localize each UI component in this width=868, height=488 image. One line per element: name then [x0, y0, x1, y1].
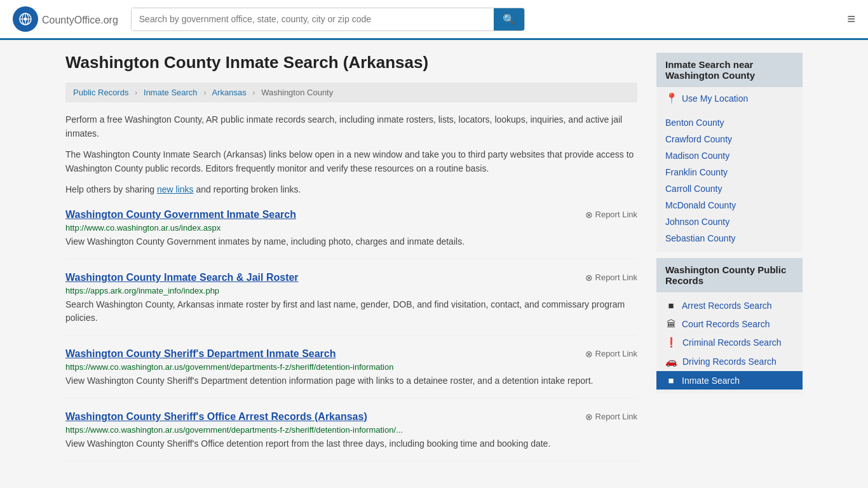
main-container: Washington County Inmate Search (Arkansa…	[53, 40, 815, 474]
breadcrumb-public-records[interactable]: Public Records	[73, 88, 128, 97]
sidebar-driving-records: 🚗 Driving Records Search	[656, 352, 803, 371]
result-2-url[interactable]: https://apps.ark.org/inmate_info/index.p…	[65, 286, 637, 295]
carroll-county-link[interactable]: Carroll County	[665, 184, 722, 194]
result-2-desc: Search Washington County, Arkansas inmat…	[65, 298, 637, 325]
report-icon: ⊗	[585, 210, 593, 220]
result-4: Washington County Sheriff's Office Arres…	[65, 411, 637, 461]
sebastian-county-link[interactable]: Sebastian County	[665, 233, 736, 243]
description-1: Perform a free Washington County, AR pub…	[65, 112, 637, 141]
svg-point-5	[24, 18, 27, 21]
johnson-county-link[interactable]: Johnson County	[665, 217, 729, 227]
page-title: Washington County Inmate Search (Arkansa…	[65, 53, 637, 72]
result-1-title[interactable]: Washington County Government Inmate Sear…	[65, 209, 296, 220]
franklin-county-link[interactable]: Franklin County	[665, 167, 728, 177]
sidebar-item-benton-county: Benton County	[656, 114, 803, 131]
result-4-desc: View Washington County Sheriff's Office …	[65, 437, 637, 451]
sidebar-public-records-title: Washington County Public Records	[656, 258, 803, 292]
breadcrumb-inmate-search[interactable]: Inmate Search	[144, 88, 198, 97]
logo[interactable]: CountyOffice.org	[13, 6, 118, 32]
criminal-records-link[interactable]: Criminal Records Search	[682, 337, 782, 348]
driving-icon: 🚗	[665, 356, 677, 367]
breadcrumb-washington-county: Washington County	[261, 88, 333, 97]
benton-county-link[interactable]: Benton County	[665, 118, 724, 128]
sidebar-nearby-title: Inmate Search near Washington County	[656, 53, 803, 87]
sidebar-criminal-records: ❗ Criminal Records Search	[656, 333, 803, 352]
criminal-icon: ❗	[665, 337, 677, 348]
description-3: Help others by sharing new links and rep…	[65, 182, 637, 196]
sidebar-item-mcdonald-county: McDonald County	[656, 197, 803, 214]
result-1-report-link[interactable]: ⊗ Report Link	[585, 210, 637, 220]
sidebar-item-crawford-county: Crawford County	[656, 131, 803, 147]
search-bar: 🔍	[131, 8, 525, 31]
search-input[interactable]	[132, 8, 494, 30]
report-icon-2: ⊗	[585, 273, 593, 283]
use-location-link[interactable]: Use My Location	[682, 93, 748, 104]
report-icon-4: ⊗	[585, 412, 593, 422]
location-pin-icon: 📍	[665, 92, 678, 104]
inmate-icon: ■	[665, 375, 677, 386]
sidebar-court-records: 🏛 Court Records Search	[656, 315, 803, 333]
court-records-link[interactable]: Court Records Search	[682, 319, 770, 329]
result-3-title[interactable]: Washington County Sheriff's Department I…	[65, 348, 336, 360]
arrest-records-link[interactable]: Arrest Records Search	[682, 301, 772, 311]
nearby-counties-list: Benton County Crawford County Madison Co…	[656, 109, 803, 252]
sidebar-item-johnson-county: Johnson County	[656, 214, 803, 230]
sidebar-arrest-records: ■ Arrest Records Search	[656, 296, 803, 315]
search-button[interactable]: 🔍	[494, 8, 524, 30]
report-icon-3: ⊗	[585, 349, 593, 359]
madison-county-link[interactable]: Madison County	[665, 151, 729, 161]
public-records-list: ■ Arrest Records Search 🏛 Court Records …	[656, 292, 803, 393]
driving-records-link[interactable]: Driving Records Search	[682, 356, 776, 367]
result-4-report-link[interactable]: ⊗ Report Link	[585, 412, 637, 422]
result-1: Washington County Government Inmate Sear…	[65, 209, 637, 259]
logo-text: CountyOffice.org	[42, 12, 118, 27]
arrest-icon: ■	[665, 300, 677, 311]
result-4-title[interactable]: Washington County Sheriff's Office Arres…	[65, 411, 367, 423]
sidebar-public-records-section: Washington County Public Records ■ Arres…	[656, 258, 803, 393]
sidebar-item-franklin-county: Franklin County	[656, 164, 803, 180]
result-3-url[interactable]: https://www.co.washington.ar.us/governme…	[65, 362, 637, 372]
result-3-desc: View Washington County Sheriff's Departm…	[65, 374, 637, 388]
sidebar-item-carroll-county: Carroll County	[656, 180, 803, 197]
crawford-county-link[interactable]: Crawford County	[665, 134, 732, 144]
breadcrumb-arkansas[interactable]: Arkansas	[212, 88, 246, 97]
court-icon: 🏛	[665, 318, 677, 329]
breadcrumb: Public Records › Inmate Search › Arkansa…	[65, 83, 637, 102]
sidebar-item-sebastian-county: Sebastian County	[656, 230, 803, 247]
menu-icon[interactable]: ≡	[847, 11, 855, 27]
logo-icon	[13, 6, 38, 32]
result-4-url[interactable]: https://www.co.washington.ar.us/governme…	[65, 425, 637, 435]
header: CountyOffice.org 🔍 ≡	[0, 0, 868, 40]
sidebar: Inmate Search near Washington County 📍 U…	[656, 53, 803, 461]
description-2: The Washington County Inmate Search (Ark…	[65, 147, 637, 176]
content-area: Washington County Inmate Search (Arkansa…	[65, 53, 637, 461]
result-3-report-link[interactable]: ⊗ Report Link	[585, 349, 637, 359]
result-1-desc: View Washington County Government inmate…	[65, 235, 637, 248]
mcdonald-county-link[interactable]: McDonald County	[665, 200, 736, 210]
sidebar-inmate-search: ■ Inmate Search	[656, 371, 803, 390]
result-2-report-link[interactable]: ⊗ Report Link	[585, 273, 637, 283]
result-2: Washington County Inmate Search & Jail R…	[65, 272, 637, 336]
result-2-title[interactable]: Washington County Inmate Search & Jail R…	[65, 272, 299, 283]
new-links[interactable]: new links	[157, 184, 194, 194]
sidebar-nearby-section: Inmate Search near Washington County 📍 U…	[656, 53, 803, 252]
inmate-search-link[interactable]: Inmate Search	[682, 376, 740, 386]
result-1-url[interactable]: http://www.co.washington.ar.us/index.asp…	[65, 223, 637, 233]
use-location[interactable]: 📍 Use My Location	[656, 87, 803, 109]
result-3: Washington County Sheriff's Department I…	[65, 348, 637, 398]
sidebar-item-madison-county: Madison County	[656, 147, 803, 164]
